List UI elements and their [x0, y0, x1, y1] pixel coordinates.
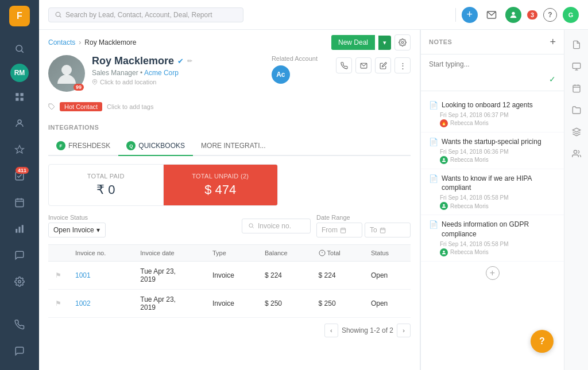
contact-actions: ⋮ [336, 55, 411, 73]
page-prev-button[interactable]: ‹ [324, 324, 338, 337]
edit-name-icon[interactable]: ✏ [187, 57, 192, 65]
sidebar-icon-contacts[interactable] [8, 112, 31, 135]
pin-icon-row1[interactable]: ⚑ [55, 271, 61, 279]
invoice-balance-1001: $ 224 [258, 262, 312, 290]
notes-add-button[interactable]: + [550, 37, 556, 47]
mail-icon[interactable] [483, 7, 500, 23]
sidebar-icon-phone[interactable] [8, 313, 31, 336]
tab-more-integrations[interactable]: MORE INTEGRATI... [193, 137, 273, 155]
note-doc-icon: 📄 [429, 138, 438, 146]
note-item: 📄 Needs information on GDPR compliance F… [421, 215, 564, 262]
edit-action-icon[interactable] [375, 57, 391, 73]
svg-rect-12 [16, 229, 17, 233]
svg-point-25 [249, 224, 253, 227]
sidebar-icon-reports[interactable] [8, 217, 31, 240]
phone-action-icon[interactable] [336, 57, 352, 73]
notes-confirm-icon[interactable]: ✓ [549, 75, 556, 84]
tab-freshdesk-label: FRESHDESK [68, 142, 110, 150]
sidebar-icon-messages[interactable] [8, 244, 31, 267]
related-account-avatar[interactable]: Ac [272, 65, 290, 84]
note-author-1: Rebecca Moris [450, 120, 489, 126]
app-logo[interactable]: F [9, 6, 30, 26]
add-button[interactable]: + [462, 7, 478, 23]
note-author-4: Rebecca Moris [450, 249, 489, 255]
current-user-avatar[interactable]: G [563, 7, 579, 23]
help-button-top[interactable]: ? [543, 8, 557, 22]
tab-freshdesk[interactable]: F FRESHDESK [48, 137, 118, 156]
right-icon-people[interactable] [567, 145, 586, 163]
sidebar-icon-settings[interactable] [8, 270, 31, 293]
sidebar-icon-tasks[interactable]: 411 [8, 165, 31, 188]
total-unpaid-label: TOTAL UNPAID (2) [175, 173, 266, 180]
invoice-balance-1002: $ 250 [258, 290, 312, 318]
contact-location[interactable]: Click to add location [92, 79, 265, 85]
invoice-filters: Invoice Status Open Invoice ▾ Invoice no… [48, 214, 411, 237]
notes-input[interactable] [429, 60, 556, 83]
contact-name: Roy Macklemore [92, 55, 174, 67]
tab-quickbooks-label: QUICKBOOKS [138, 142, 185, 150]
pin-icon-row2[interactable]: ⚑ [55, 299, 61, 307]
help-fab-button[interactable]: ? [531, 330, 554, 353]
invoice-search-input[interactable]: Invoice no. [242, 219, 311, 233]
breadcrumb-parent[interactable]: Contacts [48, 38, 75, 46]
right-icon-file[interactable] [567, 36, 586, 54]
svg-rect-13 [19, 227, 21, 233]
contact-detail: Contacts › Roy Macklemore New Deal ▾ [39, 30, 420, 370]
main-area: Search by Lead, Contact, Account, Deal, … [39, 0, 588, 370]
sidebar-icon-search[interactable] [8, 37, 31, 60]
right-icon-checklist[interactable] [567, 57, 586, 76]
note-doc-icon: 📄 [429, 174, 438, 183]
notifications-badge[interactable]: 3 [527, 10, 537, 20]
tab-quickbooks[interactable]: Q QUICKBOOKS [118, 137, 193, 156]
user-avatar-top[interactable] [505, 7, 521, 23]
invoice-table: Invoice no. Invoice date Type Balance To… [48, 244, 411, 318]
search-placeholder: Search by Lead, Contact, Account, Deal, … [65, 11, 212, 19]
more-action-icon[interactable]: ⋮ [394, 57, 411, 73]
date-to-input[interactable]: To [365, 223, 411, 237]
total-unpaid-value: $ 474 [175, 182, 266, 197]
freshdesk-icon: F [56, 141, 65, 150]
email-action-icon[interactable] [355, 57, 372, 73]
sidebar-avatar[interactable]: RM [10, 64, 29, 82]
add-tag-button[interactable]: Click to add tags [107, 103, 153, 110]
date-range-label: Date Range [316, 214, 411, 221]
svg-rect-8 [16, 199, 24, 207]
status-filter-value: Open Invoice [53, 226, 94, 234]
topbar: Search by Lead, Contact, Account, Deal, … [39, 0, 588, 30]
integrations-title: INTEGRATIONS [48, 124, 411, 131]
notes-panel: NOTES + ✓ 📄 Looking to onboard 12 agents… [420, 30, 564, 370]
svg-point-6 [18, 120, 21, 123]
add-note-circle-button[interactable]: + [486, 266, 500, 280]
note-author-icon-3 [440, 202, 448, 210]
svg-rect-3 [21, 93, 24, 96]
breadcrumb-current: Roy Macklemore [84, 38, 136, 46]
sidebar-icon-chat-bottom[interactable] [8, 340, 31, 363]
search-box[interactable]: Search by Lead, Contact, Account, Deal, … [48, 7, 243, 22]
quickbooks-icon: Q [126, 141, 136, 150]
integrations-section: INTEGRATIONS F FRESHDESK Q QUICKBOOKS MO… [39, 117, 420, 350]
date-from-input[interactable]: From [316, 223, 362, 237]
svg-point-15 [18, 281, 21, 283]
contact-settings-button[interactable] [394, 34, 411, 50]
svg-point-22 [94, 81, 96, 83]
svg-point-21 [61, 65, 72, 75]
contact-company-link[interactable]: Acme Corp [144, 69, 179, 77]
notes-input-area[interactable]: ✓ [421, 54, 564, 91]
sidebar-icon-calendar[interactable] [8, 191, 31, 214]
right-icon-calendar[interactable] [567, 79, 586, 98]
svg-rect-31 [380, 228, 385, 232]
total-unpaid-card: TOTAL UNPAID (2) $ 474 [164, 165, 278, 205]
invoice-date-1002: Tue Apr 23,2019 [133, 290, 206, 318]
right-icon-layers[interactable] [567, 123, 586, 141]
left-sidebar: F RM 411 [0, 0, 39, 370]
page-next-button[interactable]: › [397, 324, 411, 337]
status-filter-select[interactable]: Open Invoice ▾ [48, 223, 106, 237]
new-deal-button[interactable]: New Deal [331, 35, 375, 50]
right-icon-folder[interactable] [567, 101, 586, 119]
sidebar-icon-grid[interactable] [8, 85, 31, 108]
new-deal-dropdown[interactable]: ▾ [378, 36, 391, 50]
invoice-link-1002[interactable]: 1002 [75, 299, 91, 307]
invoice-link-1001[interactable]: 1001 [75, 271, 91, 279]
note-timestamp-4: Fri Sep 14, 2018 05:58 PM [429, 241, 556, 247]
sidebar-icon-deals[interactable] [8, 138, 31, 161]
